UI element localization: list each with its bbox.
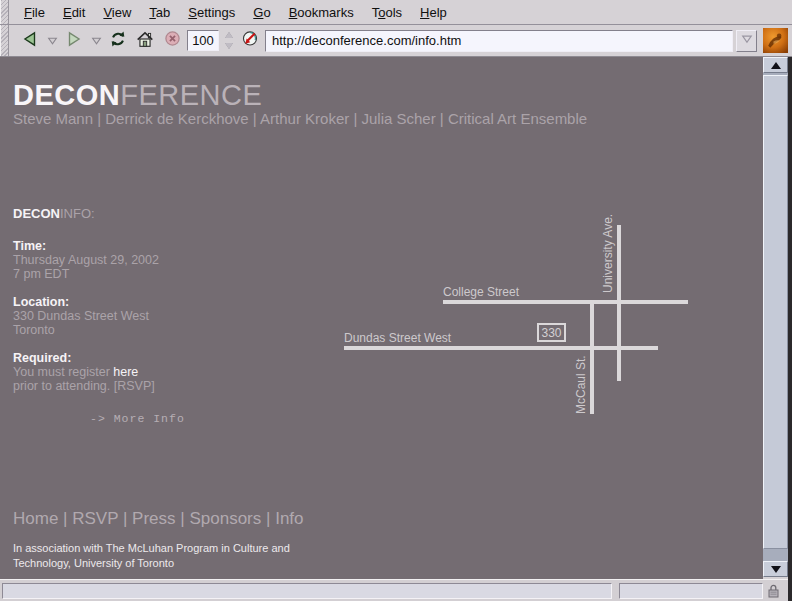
vertical-scrollbar[interactable] <box>763 57 788 577</box>
footer-link-home[interactable]: Home <box>13 509 58 528</box>
location-dropdown-button[interactable] <box>736 30 757 52</box>
zoom-decrease-button[interactable] <box>225 43 233 49</box>
map-university-ave-label: University Ave. <box>601 219 615 293</box>
scroll-up-button[interactable] <box>763 57 788 73</box>
menu-item-tab[interactable]: Tab <box>140 2 179 23</box>
chevron-down-icon <box>739 31 754 50</box>
scroll-down-button[interactable] <box>763 561 788 577</box>
footer-link-rsvp[interactable]: RSVP <box>72 509 118 528</box>
forward-history-dropdown[interactable] <box>89 29 103 53</box>
chevron-down-icon <box>91 32 102 50</box>
footer-link-press[interactable]: Press <box>132 509 175 528</box>
zoom-level-value: 100 <box>192 33 214 48</box>
map-university-ave-line <box>617 225 621 381</box>
time-line2: 7 pm EDT <box>13 267 159 281</box>
register-here-link[interactable]: here <box>113 365 138 379</box>
browser-window: FileEditViewTabSettingsGoBookmarksToolsH… <box>0 0 792 601</box>
footer-nav-separator: | <box>176 509 190 528</box>
menu-item-help[interactable]: Help <box>411 2 456 23</box>
map-college-street-line <box>443 300 688 304</box>
map-dundas-street-line <box>344 346 658 350</box>
status-message-panel <box>2 583 612 599</box>
menu-item-file[interactable]: File <box>15 2 54 23</box>
menubar-grip-handle[interactable] <box>0 0 9 24</box>
footer-nav-separator: | <box>118 509 132 528</box>
window-right-edge <box>788 57 792 601</box>
page-title: DECONFERENCE <box>13 79 262 112</box>
menu-item-edit[interactable]: Edit <box>54 2 94 23</box>
location-line1: 330 Dundas Street West <box>13 309 149 323</box>
toolbar-grip-handle[interactable] <box>0 25 9 56</box>
page-viewport: DECONFERENCE Steve Mann | Derrick de Ker… <box>0 57 763 579</box>
menu-item-tools[interactable]: Tools <box>363 2 411 23</box>
speakers-line: Steve Mann | Derrick de Kerckhove | Arth… <box>13 110 587 127</box>
chevron-down-icon <box>47 32 58 50</box>
more-info-link[interactable]: -> More Info <box>90 412 185 425</box>
required-line1: You must register here <box>13 365 155 379</box>
back-history-dropdown[interactable] <box>45 29 59 53</box>
home-icon <box>136 30 154 52</box>
reload-button[interactable] <box>106 29 130 53</box>
time-label: Time: <box>13 239 159 253</box>
home-button[interactable] <box>133 29 157 53</box>
padlock-icon <box>765 583 781 599</box>
location-section: Location: 330 Dundas Street West Toronto <box>13 295 149 337</box>
map-mccaul-street-label: McCaul St. <box>574 356 588 414</box>
map-college-street-label: College Street <box>443 285 519 299</box>
location-bar-input[interactable] <box>265 30 733 52</box>
required-label: Required: <box>13 351 155 365</box>
forward-button[interactable] <box>62 29 86 53</box>
forward-icon <box>65 30 83 52</box>
footer-nav-separator: | <box>261 509 275 528</box>
zoom-level-field[interactable]: 100 <box>187 30 219 51</box>
location-line2: Toronto <box>13 323 149 337</box>
page-title-rest: FERENCE <box>120 79 262 111</box>
menu-item-bookmarks[interactable]: Bookmarks <box>280 2 363 23</box>
required-line2: prior to attending. [RSVP] <box>13 379 155 393</box>
page-title-bold: DECON <box>13 79 120 111</box>
konqueror-throbber-logo-icon <box>763 28 788 53</box>
status-progress-panel <box>619 583 763 599</box>
status-bar <box>0 579 788 601</box>
location-label: Location: <box>13 295 149 309</box>
footer-nav-separator: | <box>58 509 72 528</box>
arrow-down-icon <box>771 566 781 573</box>
stop-button[interactable] <box>160 29 184 53</box>
reload-icon <box>109 30 127 52</box>
go-button[interactable] <box>238 29 262 53</box>
menu-item-go[interactable]: Go <box>244 2 279 23</box>
zoom-increase-button[interactable] <box>225 32 233 38</box>
required-section: Required: You must register here prior t… <box>13 351 155 393</box>
arrow-up-icon <box>771 62 781 69</box>
map-330-marker: 330 <box>537 323 566 342</box>
map-mccaul-street-line <box>590 302 594 414</box>
time-section: Time: Thursday August 29, 2002 7 pm EDT <box>13 239 159 281</box>
menu-bar: FileEditViewTabSettingsGoBookmarksToolsH… <box>0 0 792 25</box>
go-icon <box>241 30 259 52</box>
stop-icon <box>164 30 181 51</box>
footer-link-info[interactable]: Info <box>275 509 303 528</box>
menu-item-view[interactable]: View <box>94 2 140 23</box>
info-heading: DECONINFO: <box>13 206 95 221</box>
association-line2: Technology, University of Toronto <box>13 557 174 569</box>
zoom-spinner <box>222 30 235 51</box>
menu-item-settings[interactable]: Settings <box>179 2 244 23</box>
scrollbar-thumb[interactable] <box>763 75 788 549</box>
map-dundas-street-label: Dundas Street West <box>344 331 451 345</box>
toolbar: 100 <box>0 25 792 57</box>
back-icon <box>21 30 39 52</box>
footer-nav: Home | RSVP | Press | Sponsors | Info <box>13 509 304 529</box>
back-button[interactable] <box>18 29 42 53</box>
association-line1: In association with The McLuhan Program … <box>13 542 290 554</box>
time-line1: Thursday August 29, 2002 <box>13 253 159 267</box>
footer-link-sponsors[interactable]: Sponsors <box>189 509 261 528</box>
